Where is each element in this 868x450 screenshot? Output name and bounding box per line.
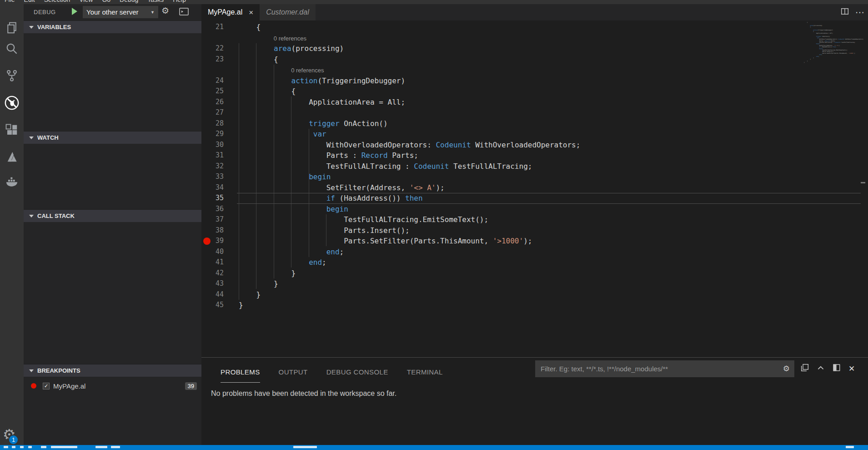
line-number: 39 bbox=[211, 236, 224, 247]
gutter[interactable]: 30 bbox=[201, 140, 239, 151]
configure-gear-button[interactable]: ⚙ bbox=[161, 5, 169, 16]
gutter[interactable]: 38 bbox=[201, 225, 239, 236]
problems-filter-input[interactable] bbox=[535, 365, 783, 373]
search-icon[interactable] bbox=[0, 39, 24, 59]
code-text: { bbox=[239, 22, 261, 33]
watch-section-title: WATCH bbox=[37, 134, 59, 141]
gutter[interactable]: 44 bbox=[201, 289, 239, 300]
code-line: 32 TestFullALTracing : Codeunit TestFull… bbox=[201, 161, 868, 172]
panel-tab-terminal[interactable]: TERMINAL bbox=[407, 368, 443, 383]
filter-icon[interactable]: ⚙ bbox=[783, 364, 790, 374]
code-text: TestFullALTracing : Codeunit TestFullALT… bbox=[239, 161, 532, 172]
watch-section-header[interactable]: WATCH bbox=[24, 131, 201, 144]
menu-file[interactable]: File bbox=[0, 0, 20, 3]
split-editor-icon[interactable] bbox=[841, 7, 849, 17]
menu-edit[interactable]: Edit bbox=[20, 0, 40, 3]
gutter[interactable]: 28 bbox=[201, 118, 239, 129]
code-text: SetFilter(Address, '<> A'); bbox=[239, 182, 445, 193]
code-line: 28 trigger OnAction() bbox=[201, 118, 868, 129]
gutter[interactable]: 36 bbox=[201, 204, 239, 215]
menu-selection[interactable]: Selection bbox=[40, 0, 75, 3]
start-debug-button[interactable] bbox=[72, 8, 77, 15]
gutter[interactable]: 40 bbox=[201, 247, 239, 258]
tab-customer-dal[interactable]: Customer.dal bbox=[260, 4, 316, 20]
gutter[interactable]: 24 bbox=[201, 76, 239, 86]
status-glyph bbox=[12, 446, 15, 448]
variables-section-header[interactable]: VARIABLES bbox=[24, 20, 201, 33]
debug-console-toggle-button[interactable] bbox=[179, 8, 189, 17]
gutter[interactable]: 33 bbox=[201, 172, 239, 182]
status-glyph bbox=[846, 446, 854, 448]
source-control-icon[interactable] bbox=[0, 66, 24, 86]
breakpoint-checkbox[interactable]: ✓ bbox=[43, 383, 50, 389]
gutter[interactable]: 23 bbox=[201, 54, 239, 65]
gutter[interactable]: 39 bbox=[201, 236, 239, 247]
menu-bar: FileEditSelectionViewGoDebugTasksHelp bbox=[0, 0, 868, 4]
panel-tab-output[interactable]: OUTPUT bbox=[279, 368, 308, 383]
close-panel-icon[interactable]: ✕ bbox=[848, 364, 855, 374]
code-text: { bbox=[239, 86, 296, 97]
maximize-panel-icon[interactable] bbox=[817, 364, 825, 374]
call-stack-section-header[interactable]: CALL STACK bbox=[24, 209, 201, 222]
breakpoint-line-badge: 39 bbox=[185, 382, 197, 390]
gutter[interactable] bbox=[201, 33, 239, 44]
gutter[interactable]: 32 bbox=[201, 161, 239, 172]
status-bar[interactable] bbox=[0, 445, 868, 450]
gutter[interactable]: 43 bbox=[201, 278, 239, 289]
azure-icon[interactable] bbox=[0, 147, 24, 167]
gutter[interactable]: 37 bbox=[201, 214, 239, 225]
explorer-icon[interactable] bbox=[0, 18, 24, 38]
status-glyph bbox=[293, 446, 317, 448]
more-actions-icon[interactable]: ⋯ bbox=[855, 7, 864, 18]
code-line: 34 SetFilter(Address, '<> A'); bbox=[201, 182, 868, 193]
panel-tab-debug-console[interactable]: DEBUG CONSOLE bbox=[326, 368, 388, 383]
menu-view[interactable]: View bbox=[75, 0, 97, 3]
gutter[interactable]: 42 bbox=[201, 268, 239, 279]
menu-items: FileEditSelectionViewGoDebugTasksHelp bbox=[0, 0, 868, 3]
gutter[interactable]: 34 bbox=[201, 182, 239, 193]
gutter[interactable]: 45 bbox=[201, 300, 239, 311]
code-text: } bbox=[239, 268, 296, 279]
menu-debug[interactable]: Debug bbox=[115, 0, 143, 3]
status-glyph bbox=[95, 446, 107, 448]
gutter[interactable]: 41 bbox=[201, 257, 239, 268]
codelens-references[interactable]: 0 references bbox=[239, 33, 306, 44]
problems-filter-box: ⚙ bbox=[535, 360, 794, 377]
gutter[interactable]: 21 bbox=[201, 22, 239, 33]
tab-mypage-al[interactable]: MyPAge.al × bbox=[201, 4, 260, 20]
code-line: 36 begin bbox=[201, 204, 868, 215]
menu-tasks[interactable]: Tasks bbox=[143, 0, 168, 3]
breakpoints-section-header[interactable]: BREAKPOINTS bbox=[24, 364, 201, 377]
gutter[interactable]: 26 bbox=[201, 97, 239, 108]
twistie-icon bbox=[29, 137, 34, 139]
panel-layout-icon[interactable] bbox=[833, 364, 841, 374]
gutter[interactable]: 31 bbox=[201, 150, 239, 161]
gutter[interactable]: 22 bbox=[201, 43, 239, 54]
gutter[interactable]: 35 bbox=[201, 193, 239, 204]
debug-sidebar: DEBUG Your other server ▼ ⚙ VARIABLES WA… bbox=[24, 4, 201, 445]
line-number: 21 bbox=[211, 22, 224, 33]
line-number: 41 bbox=[211, 257, 224, 268]
gutter[interactable] bbox=[201, 65, 239, 76]
code-text: Parts.Insert(); bbox=[239, 225, 410, 236]
debug-icon[interactable] bbox=[0, 93, 24, 113]
gutter[interactable]: 29 bbox=[201, 129, 239, 140]
menu-help[interactable]: Help bbox=[168, 0, 191, 3]
code-editor[interactable]: 21 {0 references22 area(processing)23 {0… bbox=[201, 20, 868, 357]
codelens-references[interactable]: 0 references bbox=[239, 65, 324, 76]
panel-tab-problems[interactable]: PROBLEMS bbox=[221, 368, 260, 383]
restore-panels-icon[interactable] bbox=[801, 364, 809, 374]
minimap[interactable]: { area(processing) { action(TriggeringDe… bbox=[804, 22, 865, 72]
breakpoint-list-item[interactable]: ✓ MyPAge.al 39 bbox=[24, 379, 201, 392]
debug-config-dropdown[interactable]: Your other server ▼ bbox=[83, 6, 158, 18]
close-icon[interactable]: × bbox=[249, 9, 253, 16]
breakpoint-dot-icon[interactable] bbox=[203, 238, 211, 245]
docker-icon[interactable] bbox=[0, 172, 24, 192]
gutter[interactable]: 25 bbox=[201, 86, 239, 97]
code-line: 40 end; bbox=[201, 247, 868, 258]
gutter[interactable]: 27 bbox=[201, 107, 239, 118]
debug-title: DEBUG bbox=[34, 9, 56, 15]
menu-go[interactable]: Go bbox=[97, 0, 115, 3]
code-text: } bbox=[239, 278, 278, 289]
extensions-icon[interactable] bbox=[0, 120, 24, 140]
